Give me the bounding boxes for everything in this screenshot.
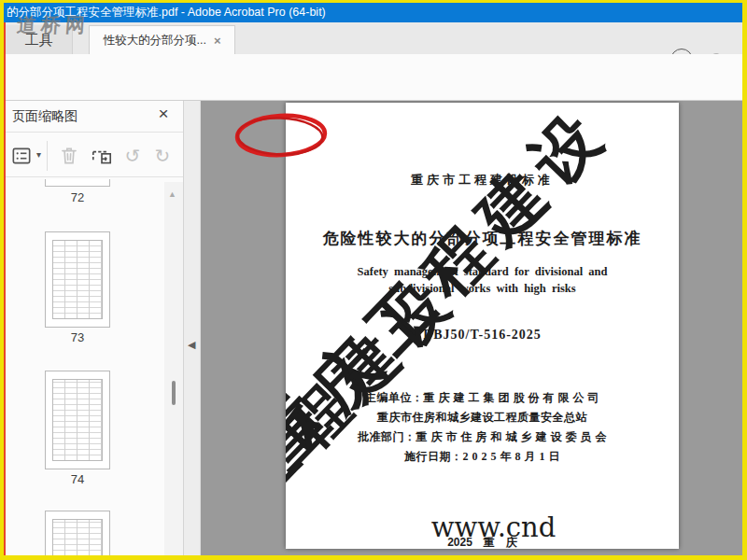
- approval-line: 批准部门：重 庆 市 住 房 和 城 乡 建 设 委 员 会: [286, 427, 679, 447]
- site-watermark: www.cnd: [297, 511, 679, 543]
- tab-document[interactable]: 性较大的分部分项... ×: [89, 25, 235, 54]
- thumbnails-panel: 页面缩略图 × ▾: [6, 101, 184, 555]
- thumbnails-toolbar: ▾ ↺ ↻: [6, 133, 183, 177]
- thumbnail-page-73[interactable]: [45, 231, 110, 328]
- standard-code: DBJ50/T-516-2025: [286, 328, 679, 343]
- english-subtitle-line1: Safety management standard for divisiona…: [286, 265, 679, 279]
- panel-close-icon[interactable]: ×: [152, 104, 175, 124]
- delete-page-icon[interactable]: [55, 142, 83, 170]
- chief-editor-line: 主编单位：重 庆 建 工 集 团 股 份 有 限 公 司: [286, 388, 679, 408]
- page-setup-icon[interactable]: [88, 142, 116, 170]
- panel-collapse-strip[interactable]: ◀: [184, 101, 201, 555]
- thumbnail-label-73: 73: [45, 330, 110, 344]
- thumbnail-label-72: 72: [45, 190, 110, 204]
- thumbnail-content: [52, 379, 103, 461]
- options-caret-icon[interactable]: ▾: [36, 149, 41, 160]
- document-title: 危险性较大的分部分项工程安全管理标准: [286, 228, 679, 249]
- tab-close-icon[interactable]: ×: [214, 34, 221, 48]
- tab-tools[interactable]: 工具: [6, 25, 73, 54]
- thumbnail-content: [52, 519, 103, 555]
- panel-title: 页面缩略图: [12, 108, 78, 125]
- window-titlebar[interactable]: 的分部分项工程安全管理标准.pdf - Adobe Acrobat Pro (6…: [4, 3, 742, 22]
- english-subtitle-line2: subdivisional works with high risks: [286, 282, 679, 296]
- publication-info: 主编单位：重 庆 建 工 集 团 股 份 有 限 公 司 重庆市住房和城乡建设工…: [286, 388, 679, 467]
- scroll-up-icon[interactable]: ▲: [168, 189, 176, 199]
- collapse-panel-icon[interactable]: ◀: [188, 339, 195, 351]
- thumbnail-content: [52, 240, 103, 319]
- panel-toolbar-separator: [47, 141, 48, 171]
- main-toolbar: ☆: [4, 54, 742, 101]
- thumbnail-page-74[interactable]: [45, 371, 110, 469]
- window-title: 的分部分项工程安全管理标准.pdf - Adobe Acrobat Pro (6…: [7, 6, 326, 19]
- thumbnail-options-icon[interactable]: [7, 142, 35, 170]
- acrobat-window: 的分部分项工程安全管理标准.pdf - Adobe Acrobat Pro (6…: [4, 3, 742, 555]
- effective-date-line: 施行日期：2 0 2 5 年 8 月 1 日: [286, 447, 679, 467]
- thumbnail-page-72[interactable]: [45, 179, 110, 187]
- thumbnail-page-75[interactable]: [45, 511, 110, 555]
- panel-scrollbar[interactable]: ▲: [164, 182, 184, 555]
- thumbnail-label-74: 74: [45, 472, 110, 486]
- document-view[interactable]: 重庆工程建设 重庆工程建设 重庆市工程建设标准 危险性较大的分部分项工程安全管理…: [201, 101, 742, 555]
- panel-scrollbar-thumb[interactable]: [172, 381, 176, 405]
- co-editor-line: 重庆市住房和城乡建设工程质量安全总站: [286, 408, 679, 427]
- tab-document-label: 性较大的分部分项...: [103, 33, 205, 49]
- rotate-cw-icon[interactable]: ↻: [148, 142, 176, 170]
- standard-series-label: 重庆市工程建设标准: [286, 172, 679, 189]
- rotate-ccw-icon[interactable]: ↺: [119, 142, 147, 170]
- tab-bar: 工具 性较大的分部分项... × ?: [4, 22, 742, 54]
- thumbnails-panel-header: 页面缩略图 ×: [6, 101, 183, 133]
- left-red-border: [4, 22, 6, 555]
- pdf-page[interactable]: 重庆工程建设 重庆工程建设 重庆市工程建设标准 危险性较大的分部分项工程安全管理…: [286, 103, 679, 549]
